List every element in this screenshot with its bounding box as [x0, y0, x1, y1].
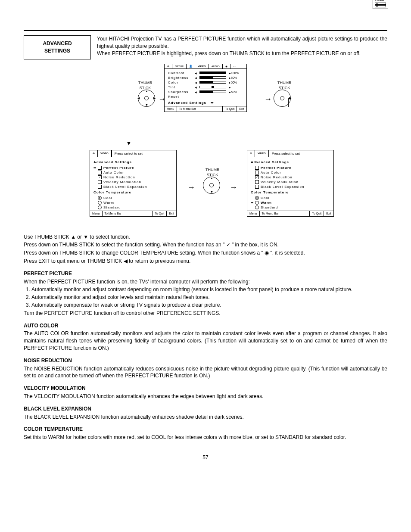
page-number: 57: [24, 454, 387, 461]
osd-main-tabs: ⊕ SETUP 👤 VIDEO AUDIO ◉ ▭: [165, 64, 246, 69]
section-title-box: ADVANCED SETTINGS: [24, 35, 91, 59]
instructions-block: Use THUMB STICK ▲ or ▼ to select functio…: [24, 233, 387, 265]
osd-main-body: Contrast100% Brightness50% Color50% Tint…: [165, 69, 246, 106]
arrow-icon: →: [158, 94, 166, 105]
osd-left: ⊕ VIDEO Press select to set Advanced Set…: [90, 150, 177, 217]
intro-paragraphs: Your HITACHI Projection TV has a PERFECT…: [91, 35, 387, 59]
arrow-icon: →: [264, 94, 272, 105]
arrow-down-icon: ▼: [126, 139, 132, 148]
thumbstick-label-right: THUMB STICK: [271, 80, 297, 91]
arrow-icon: →: [230, 182, 237, 193]
thumbstick-middle-icon: ▲▼: [203, 177, 220, 194]
osd-right: ⊕ VIDEO Press select to set Advanced Set…: [247, 150, 334, 217]
noise-reduction-section: NOISE REDUCTION The NOISE REDUCTION func…: [24, 357, 387, 380]
top-rule: [24, 30, 387, 31]
arrow-icon: →: [187, 182, 195, 193]
black-level-section: BLACK LEVEL EXPANSION The BLACK LEVEL EX…: [24, 405, 387, 421]
diagram-area: ⊕ SETUP 👤 VIDEO AUDIO ◉ ▭ Contrast100% B…: [24, 64, 387, 227]
velocity-modulation-section: VELOCITY MODULATION The VELOCITY MODULAT…: [24, 385, 387, 400]
thumbstick-left-icon: ▲▼ ◀▶: [138, 90, 155, 107]
osd-main: ⊕ SETUP 👤 VIDEO AUDIO ◉ ▭ Contrast100% B…: [164, 64, 247, 112]
perfect-picture-section: PERFECT PICTURE When the PERFECT PICTURE…: [24, 270, 387, 317]
corner-video-icon: VIDEO: [373, 0, 388, 9]
section-head: ADVANCED SETTINGS Your HITACHI Projectio…: [24, 35, 387, 59]
color-temperature-section: COLOR TEMPERATURE Set this to WARM for h…: [24, 426, 387, 441]
auto-color-section: AUTO COLOR The AUTO COLOR function autom…: [24, 322, 387, 352]
